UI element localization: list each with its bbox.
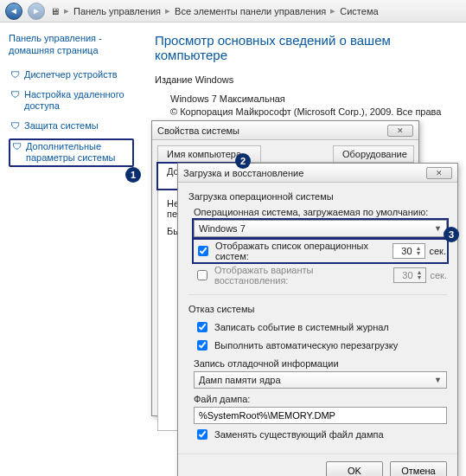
debug-info-label: Запись отладочной информации <box>194 358 447 369</box>
show-recovery-label: Отображать варианты восстановления: <box>214 265 389 286</box>
sidebar-item-label: Дополнительные параметры системы <box>26 141 131 164</box>
default-os-label: Операционная система, загружаемая по умо… <box>194 207 447 217</box>
shield-icon: 🛡 <box>10 69 20 80</box>
auto-restart-label: Выполнить автоматическую перезагрузку <box>214 340 398 351</box>
shield-icon: 🛡 <box>10 120 20 132</box>
sidebar-item-label: Настройка удаленного доступа <box>24 89 132 112</box>
annotation-2: 2 <box>235 153 251 169</box>
sidebar: Панель управления - домашняя страница 🛡 … <box>0 23 143 476</box>
default-os-value: Windows 7 <box>199 223 246 234</box>
log-event-checkbox[interactable] <box>197 322 207 332</box>
spinner-arrows-icon: ▲▼ <box>417 270 423 280</box>
show-recovery-checkbox[interactable] <box>197 270 207 280</box>
default-os-combo[interactable]: Windows 7 ▼ <box>194 220 447 237</box>
recovery-seconds-spinner: 30 ▲▼ <box>393 267 426 283</box>
close-icon[interactable]: ✕ <box>387 125 413 137</box>
show-os-list-label: Отображать список операционных систем: <box>215 241 388 261</box>
tabs-row-1: Имя компьютера Оборудование <box>152 140 418 162</box>
shield-icon: 🛡 <box>10 89 20 100</box>
nav-back-button[interactable]: ◄ <box>5 3 22 20</box>
failure-group-label: Отказ системы <box>188 304 447 314</box>
dialog-buttons: OK Отмена <box>178 453 457 476</box>
annotation-1: 1 <box>125 167 141 183</box>
show-os-list-row: Отображать список операционных систем: 3… <box>194 240 447 262</box>
crumb-all-items[interactable]: Все элементы панели управления <box>175 6 326 16</box>
debug-type-combo[interactable]: Дамп памяти ядра ▼ <box>194 371 447 389</box>
breadcrumb[interactable]: 🖥▸ Панель управления▸ Все элементы панел… <box>50 5 379 16</box>
overwrite-dump-checkbox[interactable] <box>197 429 207 440</box>
dumpfile-field[interactable] <box>194 407 447 424</box>
show-recovery-row: Отображать варианты восстановления: 30 ▲… <box>194 265 447 286</box>
address-bar: ◄ ► 🖥▸ Панель управления▸ Все элементы п… <box>0 0 466 23</box>
dumpfile-label: Файл дампа: <box>194 394 447 404</box>
edition-value: Windows 7 Максимальная <box>170 93 454 104</box>
seconds-unit: сек. <box>430 246 447 256</box>
debug-type-value: Дамп памяти ядра <box>199 375 281 385</box>
edition-label: Издание Windows <box>155 74 454 85</box>
sidebar-item-remote[interactable]: 🛡 Настройка удаленного доступа <box>9 87 134 113</box>
sidebar-item-device-manager[interactable]: 🛡 Диспетчер устройств <box>9 68 134 82</box>
startup-recovery-dialog: Загрузка и восстановление ✕ Загрузка опе… <box>177 163 458 476</box>
spinner-arrows-icon: ▲▼ <box>416 246 422 256</box>
page-heading: Просмотр основных сведений о вашем компь… <box>155 33 454 62</box>
dialog-titlebar[interactable]: Свойства системы ✕ <box>152 121 418 140</box>
sidebar-item-label: Защита системы <box>24 120 99 132</box>
sidebar-item-protection[interactable]: 🛡 Защита системы <box>9 119 134 133</box>
overwrite-dump-label: Заменять существующий файл дампа <box>214 429 384 440</box>
os-list-seconds-spinner[interactable]: 30 ▲▼ <box>393 243 425 259</box>
tab-hardware[interactable]: Оборудование <box>333 145 414 162</box>
chevron-down-icon: ▼ <box>434 376 442 384</box>
cancel-button[interactable]: Отмена <box>390 461 447 476</box>
seconds-unit: сек. <box>431 270 448 280</box>
dialog-title: Загрузка и восстановление <box>183 168 303 178</box>
crumb-system[interactable]: Система <box>340 6 378 16</box>
ok-button[interactable]: OK <box>326 461 383 476</box>
sidebar-item-advanced[interactable]: 🛡 Дополнительные параметры системы <box>9 138 134 166</box>
nav-forward-button[interactable]: ► <box>28 3 45 20</box>
auto-restart-checkbox[interactable] <box>197 340 207 351</box>
control-panel-home-link[interactable]: Панель управления - домашняя страница <box>9 33 134 57</box>
log-event-label: Записать событие в системный журнал <box>214 322 389 332</box>
dialog-title: Свойства системы <box>157 125 239 136</box>
crumb-control-panel[interactable]: Панель управления <box>73 6 161 16</box>
close-icon[interactable]: ✕ <box>426 167 452 179</box>
dialog-titlebar[interactable]: Загрузка и восстановление ✕ <box>178 164 457 183</box>
sidebar-item-label: Диспетчер устройств <box>24 69 118 80</box>
chevron-down-icon: ▼ <box>434 224 442 233</box>
boot-group-label: Загрузка операционной системы <box>188 191 447 202</box>
shield-icon: 🛡 <box>12 141 22 152</box>
show-os-list-checkbox[interactable] <box>198 246 208 256</box>
annotation-3: 3 <box>444 227 459 242</box>
